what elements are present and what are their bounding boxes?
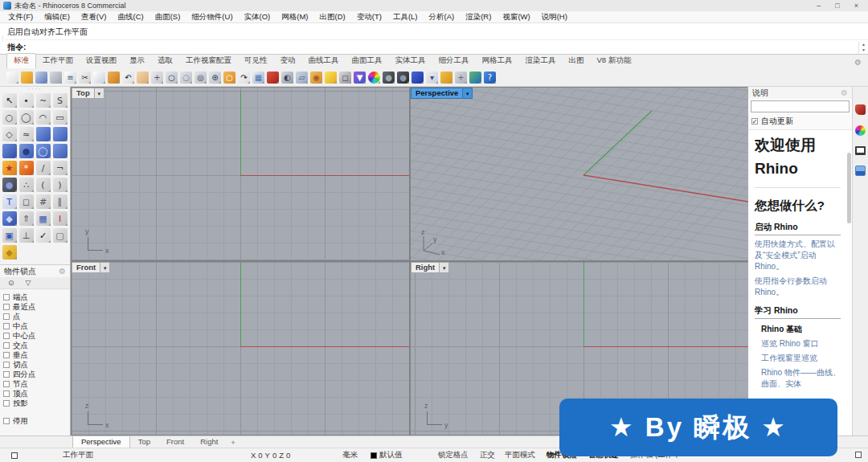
color-wheel-panel-icon[interactable] <box>855 125 866 136</box>
paste-icon[interactable] <box>108 72 120 84</box>
tab-bar-gear-icon[interactable]: ⚙ <box>854 58 862 68</box>
box-icon[interactable] <box>2 144 17 158</box>
pan-icon[interactable] <box>137 72 149 84</box>
point-cloud-icon[interactable]: ∴ <box>19 178 34 192</box>
copy-icon[interactable] <box>93 72 105 84</box>
extrude-straight-icon[interactable]: ⇑ <box>19 211 34 226</box>
command-history-spinner[interactable]: ▲▼ <box>858 42 868 54</box>
pipe-icon[interactable]: I <box>53 211 68 226</box>
minimize-button[interactable]: – <box>817 2 821 10</box>
status-item[interactable] <box>11 452 18 459</box>
osnap-checkbox[interactable] <box>3 294 10 301</box>
point-icon[interactable]: • <box>19 93 34 108</box>
viewport-tab[interactable]: Top <box>130 436 158 448</box>
curve-tools-icon[interactable]: ≈ <box>19 127 34 141</box>
toolbar-tab[interactable]: 可见性 <box>238 54 274 68</box>
web-browser-panel-icon[interactable] <box>855 166 866 176</box>
help-link[interactable]: 使用指令行参数启动 Rhino。 <box>755 276 841 298</box>
help-link[interactable]: 巡览 Rhino 窗口 <box>761 338 841 350</box>
viewport-tab[interactable]: Right <box>192 436 226 448</box>
viewport-title-right[interactable]: Right <box>411 262 440 273</box>
offset-icon[interactable]: ∥ <box>53 194 68 209</box>
osnap-checkbox[interactable] <box>3 381 10 387</box>
array-icon[interactable]: ▦ <box>36 211 51 226</box>
selection-filter-icon[interactable]: ▼ <box>354 72 366 84</box>
surface-3pt-icon[interactable] <box>36 127 51 141</box>
viewport-menu-arrow-icon[interactable]: ▾ <box>100 262 110 273</box>
expand-layout-icon[interactable] <box>855 452 862 458</box>
status-item[interactable]: 平面模式 <box>505 450 535 460</box>
toolbar-tab[interactable]: 曲面工具 <box>346 54 389 68</box>
display-mode-icon[interactable]: ◐ <box>281 72 293 84</box>
undo-icon[interactable]: ↶ <box>122 72 134 84</box>
move-control-points-icon[interactable]: ◻ <box>19 194 34 209</box>
align-icon[interactable]: ⊥ <box>19 228 34 243</box>
viewport-front[interactable]: Front ▾ z x <box>72 262 409 435</box>
menu-item[interactable]: 说明(H) <box>536 11 573 23</box>
set-view-icon[interactable]: ◉ <box>310 72 322 84</box>
check-selection-icon[interactable]: ✓ <box>36 228 51 243</box>
menu-item[interactable]: 出图(D) <box>314 11 351 23</box>
surface-tools-icon[interactable] <box>53 144 68 158</box>
polygon-icon[interactable]: ◇ <box>2 127 17 141</box>
decal-icon[interactable]: ◆ <box>2 245 17 260</box>
osnap-checkbox[interactable] <box>3 390 10 397</box>
viewport-perspective[interactable]: Perspective ▾ z y x <box>411 88 748 260</box>
status-item[interactable]: X0Y0Z0 <box>251 451 293 460</box>
snap-filter-icon[interactable]: ▽ <box>26 279 31 287</box>
curve-control-points-icon[interactable]: ~ <box>36 93 51 108</box>
zoom-selected-icon[interactable]: ○ <box>223 72 235 84</box>
display-panel-icon[interactable] <box>855 146 866 155</box>
menu-item[interactable]: 工具(L) <box>387 11 424 23</box>
toolbar-tab[interactable]: 标准 <box>6 53 36 68</box>
toolbar-tab[interactable]: 工作视窗配置 <box>179 54 238 68</box>
menu-item[interactable]: 实体(O) <box>239 11 276 23</box>
status-item[interactable]: 默认值 <box>371 450 403 460</box>
fillet-icon[interactable]: ( <box>36 178 51 192</box>
close-button[interactable]: × <box>854 2 858 10</box>
menu-item[interactable]: 曲线(C) <box>112 11 149 23</box>
lock-icon[interactable]: ◻ <box>339 72 351 84</box>
toolbar-tab[interactable]: 显示 <box>123 54 151 68</box>
toolbar-tab[interactable]: V8 新功能 <box>591 54 638 68</box>
rhino-panel-icon[interactable] <box>855 104 866 115</box>
toolbar-tab[interactable]: 细分工具 <box>432 54 476 68</box>
toolbar-tab[interactable]: 选取 <box>151 54 179 68</box>
help-link[interactable]: 工作视窗里巡览 <box>761 353 841 364</box>
viewport-top[interactable]: Top ▾ y x <box>72 88 409 260</box>
toolbar-tab[interactable]: 设置视图 <box>80 54 123 68</box>
ellipse-icon[interactable]: ◯ <box>19 110 34 125</box>
block-icon[interactable]: # <box>36 194 51 209</box>
gumball-icon[interactable]: + <box>455 72 467 84</box>
arc-icon[interactable]: ◠ <box>36 110 51 125</box>
viewport-menu-arrow-icon[interactable]: ▾ <box>440 262 449 273</box>
menu-item[interactable]: 编辑(E) <box>39 11 76 23</box>
auto-update-checkbox[interactable]: ✓ <box>751 118 758 125</box>
curve-boolean-icon[interactable]: ● <box>2 178 17 192</box>
new-viewport-tab-button[interactable]: + <box>226 437 240 448</box>
rectangle-icon[interactable]: ▭ <box>53 110 68 125</box>
zoom-extents-icon[interactable]: ⊕ <box>209 72 221 84</box>
boolean-union-icon[interactable]: ★ <box>2 161 17 175</box>
viewport-title-front[interactable]: Front <box>72 262 100 273</box>
viewport-menu-arrow-icon[interactable]: ▾ <box>463 88 473 99</box>
select-arrow-icon[interactable]: ↖ <box>2 93 17 108</box>
save-icon[interactable] <box>35 72 47 84</box>
osnap-checkbox[interactable] <box>3 323 10 329</box>
help-icon[interactable]: ? <box>484 72 496 84</box>
help-search-input[interactable] <box>751 100 850 112</box>
blend-icon[interactable]: ) <box>53 178 68 192</box>
viewport-tab[interactable]: Perspective <box>72 435 130 448</box>
viewport-title-perspective[interactable]: Perspective <box>411 88 463 99</box>
copy-to-clipboard-icon[interactable]: ≡ <box>64 72 76 84</box>
toolbar-tab[interactable]: 出图 <box>563 54 591 68</box>
command-drag-handle[interactable]: ⋮⋮ <box>0 23 6 54</box>
print-icon[interactable] <box>50 72 62 84</box>
viewport-tab[interactable]: Front <box>158 436 192 448</box>
status-item[interactable]: 毫米 <box>342 450 358 460</box>
restore-button[interactable]: □ <box>835 2 839 10</box>
extrude-icon[interactable]: ◆ <box>2 211 17 226</box>
osnap-checkbox[interactable] <box>3 333 10 339</box>
menu-item[interactable]: 文件(F) <box>2 11 39 23</box>
boolean-spheres-icon[interactable]: ● <box>19 144 34 158</box>
